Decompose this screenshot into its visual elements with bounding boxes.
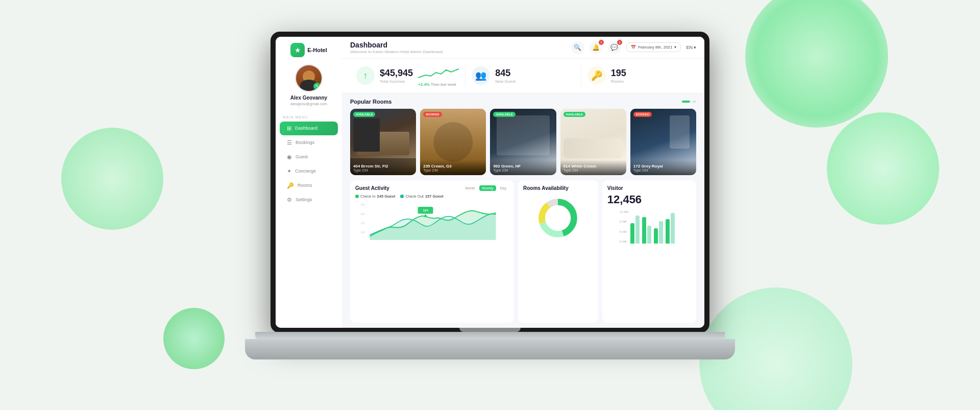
vbar-a-3 (666, 219, 670, 244)
rooms-icon-wrap: 🔑 (587, 66, 606, 85)
sidebar-item-guest-label: Guest (296, 154, 308, 159)
svg-text:150: 150 (361, 222, 365, 225)
edit-badge[interactable]: ✎ (313, 83, 321, 90)
vbar-group-2 (654, 221, 663, 244)
room-card-2[interactable]: AVAILABLE 992 Green, HF Type 234 (490, 109, 556, 175)
rooms-availability-title: Rooms Availability (523, 185, 593, 191)
time-labels: 12 AM 9 AM 6 AM 3 AM (620, 210, 628, 244)
rooms-availability-card: Rooms Availability (518, 180, 598, 323)
dot-inactive[interactable] (692, 101, 696, 103)
time-label-6am: 6 AM (620, 230, 628, 233)
legend-dot-checkout (400, 195, 404, 198)
guest-icon-wrap: 👥 (472, 66, 490, 85)
page-title: Dashboard (350, 41, 443, 49)
popular-rooms-title: Popular Rooms (350, 99, 391, 105)
logo-area: ★ E-Hotel (285, 43, 332, 57)
key-icon: 🔑 (591, 70, 602, 81)
vbar-group-1 (642, 217, 651, 244)
vbar-group-3 (666, 213, 675, 244)
notification-badge: 3 (599, 40, 604, 45)
user-profile-area: ✎ Alex Geovanny alexgeov@gmail.com (290, 64, 327, 106)
laptop-notch (459, 328, 521, 332)
sidebar-item-bookings-label: Bookings (296, 140, 314, 145)
donut-chart (523, 195, 593, 241)
guest-icon: ◉ (287, 154, 292, 160)
popular-rooms-section: Popular Rooms (342, 93, 704, 180)
time-label-9am: 9 AM (620, 220, 628, 223)
vbar-group-0 (630, 215, 640, 244)
language-chevron: ▾ (694, 45, 696, 50)
period-weekly[interactable]: Weekly (479, 185, 496, 191)
room-type-0: Type 234 (353, 168, 413, 172)
guest-activity-chart: 250 200 150 100 (355, 202, 509, 243)
sidebar: ★ E-Hotel ✎ Alex Geovanny alexgeov@gmail… (276, 37, 342, 328)
rooms-icon: 🔑 (287, 182, 294, 189)
visitor-card: Visitor 12,456 12 AM 9 AM 6 AM 3 AM (602, 180, 696, 323)
search-button[interactable]: 🔍 (571, 41, 584, 54)
concierge-icon: ✦ (287, 168, 291, 175)
logo-icon: ★ (290, 43, 305, 57)
period-day[interactable]: Day (498, 185, 509, 191)
sidebar-item-bookings[interactable]: ☰ Bookings (280, 136, 338, 150)
room-type-2: Type 234 (493, 168, 553, 172)
room-overlay-3: 914 White Cream Type 234 (560, 160, 626, 175)
room-name-3: 914 White Cream (564, 164, 623, 168)
legend-checkout-count: 157 Guest (425, 194, 444, 199)
vbar-b-0 (635, 215, 640, 244)
search-icon: 🔍 (574, 44, 581, 51)
rooms-carousel-dots (682, 101, 696, 103)
notifications-button[interactable]: 🔔 3 (590, 41, 603, 54)
bookings-icon: ☰ (287, 139, 292, 146)
sidebar-item-concierge[interactable]: ✦ Concierge (280, 164, 338, 178)
period-month[interactable]: Month (462, 185, 477, 191)
visitor-value: 12,456 (607, 193, 691, 206)
app-name: E-Hotel (307, 47, 327, 53)
user-email: alexgeov@gmail.com (290, 102, 327, 106)
guest-activity-card: Guest Activity Month Weekly Day Check In (350, 180, 514, 323)
guest-info: 845 New Guest (495, 68, 516, 84)
room-card-0[interactable]: AVAILABLE 404 Brrom Str, Fl2 Type 234 (350, 109, 416, 175)
room-overlay-0: 404 Brrom Str, Fl2 Type 234 (350, 160, 416, 175)
legend-checkin: Check In 245 Guest (355, 194, 395, 199)
svg-text:124: 124 (423, 209, 428, 212)
message-icon: 💬 (610, 44, 618, 51)
room-name-0: 404 Brrom Str, Fl2 (353, 164, 413, 168)
laptop-frame: ★ E-Hotel ✎ Alex Geovanny alexgeov@gmail… (260, 32, 720, 379)
room-overlay-4: 172 Grey Royal Type 234 (630, 160, 696, 175)
vbar-b-1 (647, 226, 651, 244)
svg-text:250: 250 (361, 203, 365, 206)
bg-blob-left (61, 128, 163, 230)
sparkline-chart (418, 65, 459, 80)
room-card-1[interactable]: BOOKED 235 Cream, G3 Type 234 (420, 109, 486, 175)
svg-point-13 (548, 208, 569, 228)
page-subtitle: Welcome to Karim Modern Hotel Admin Dash… (350, 50, 443, 54)
sidebar-item-rooms[interactable]: 🔑 Rooms (280, 179, 338, 192)
room-card-4[interactable]: BOOKED 172 Grey Royal Type 234 (630, 109, 696, 175)
room-card-3[interactable]: AVAILABLE 914 White Cream Type 234 (560, 109, 626, 175)
laptop-base (260, 328, 720, 379)
room-name-4: 172 Grey Royal (633, 164, 693, 168)
date-button[interactable]: 📅 February 8th, 2021 ▾ (626, 42, 681, 52)
donut-svg (535, 195, 581, 241)
sidebar-item-guest[interactable]: ◉ Guest (280, 150, 338, 164)
guests-icon: 👥 (475, 70, 486, 81)
vbar-a-0 (630, 223, 634, 244)
sidebar-item-dashboard[interactable]: ⊞ Dashboard (280, 122, 338, 135)
sidebar-item-rooms-label: Rooms (298, 183, 312, 188)
stat-guests: 👥 845 New Guest (465, 65, 581, 87)
stat-rooms: 🔑 195 Rooms (581, 65, 696, 87)
date-chevron: ▾ (674, 45, 676, 50)
income-icon: ↑ (363, 70, 368, 81)
legend-dot-checkin (355, 195, 359, 198)
language-button[interactable]: EN ▾ (686, 45, 696, 50)
activity-svg: 250 200 150 100 (355, 202, 509, 240)
sidebar-item-settings[interactable]: ⚙ Settings (280, 193, 338, 207)
vbar-b-2 (659, 221, 663, 244)
vbar-a-1 (642, 217, 646, 244)
guest-label: New Guest (495, 79, 516, 84)
settings-icon: ⚙ (287, 197, 292, 203)
dot-active[interactable] (682, 101, 690, 103)
income-icon-wrap: ↑ (356, 66, 375, 85)
messages-button[interactable]: 💬 2 (608, 41, 621, 54)
guest-activity-title: Guest Activity (355, 185, 389, 191)
